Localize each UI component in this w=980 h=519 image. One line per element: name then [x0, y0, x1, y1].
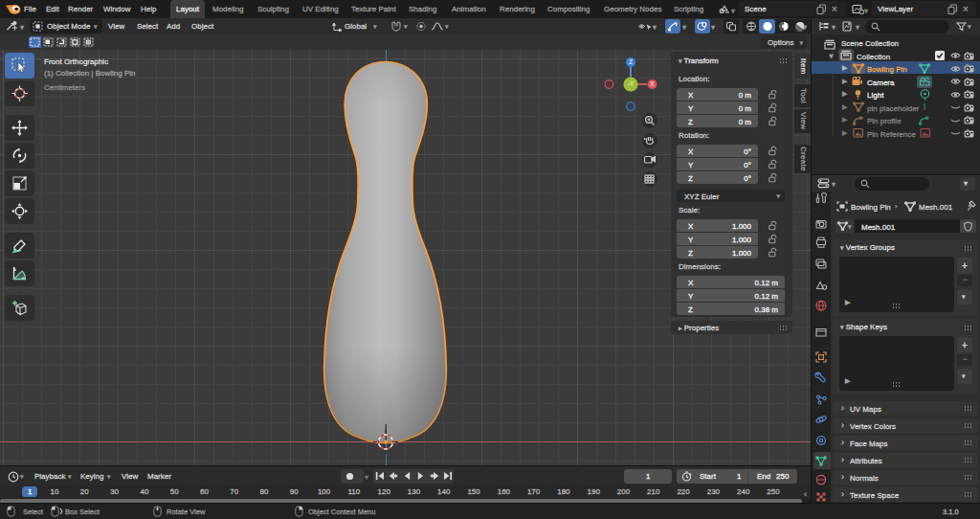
- svg-text:Z: Z: [629, 58, 633, 65]
- svg-text:-Y: -Y: [628, 80, 635, 87]
- svg-text:X: X: [650, 80, 655, 87]
